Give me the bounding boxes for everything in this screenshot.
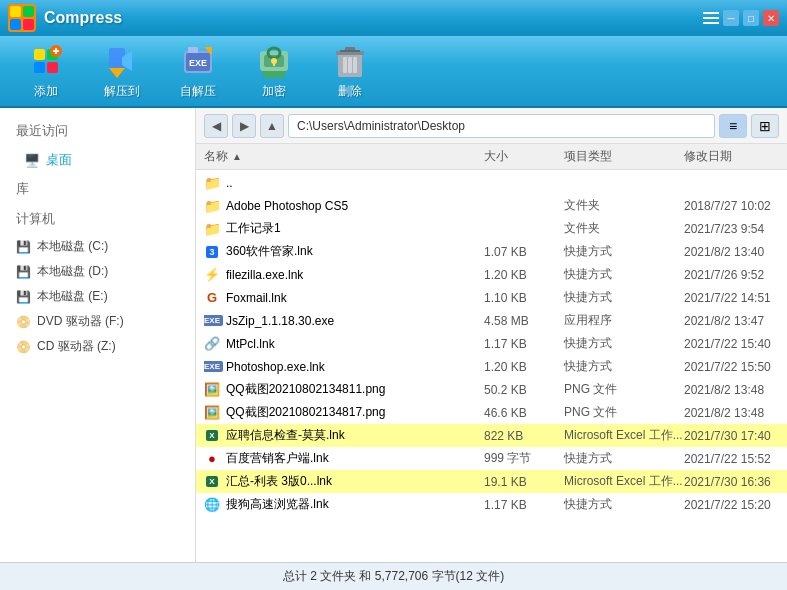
column-name-header[interactable]: 名称 ▲ [204,148,484,165]
svg-rect-4 [23,19,34,30]
file-row[interactable]: 📁 Adobe Photoshop CS5 文件夹 2018/7/27 10:0… [196,194,787,217]
file-type: 文件夹 [564,220,684,237]
svg-rect-11 [47,62,58,73]
file-row[interactable]: 3 360软件管家.lnk 1.07 KB 快捷方式 2021/8/2 13:4… [196,240,787,263]
drive-f-icon: 📀 [16,315,31,329]
file-row[interactable]: EXE JsZip_1.1.18.30.exe 4.58 MB 应用程序 202… [196,309,787,332]
minimize-button[interactable]: ─ [723,10,739,26]
file-name-text: 百度营销客户端.lnk [226,450,329,467]
file-icon: ⚡ [204,267,220,283]
file-size: 1.20 KB [484,360,564,374]
file-row[interactable]: 📁 工作记录1 文件夹 2021/7/23 9:54 [196,217,787,240]
file-name-text: Foxmail.lnk [226,291,287,305]
file-size: 1.07 KB [484,245,564,259]
file-name-text: 汇总-利表 3版0...lnk [226,473,332,490]
add-icon [28,43,64,79]
file-name-cell: 📁 工作记录1 [204,220,484,237]
file-row[interactable]: 🌐 搜狗高速浏览器.lnk 1.17 KB 快捷方式 2021/7/22 15:… [196,493,787,516]
drive-c-label: 本地磁盘 (C:) [37,238,108,255]
file-list: 📁 .. 📁 Adobe Photoshop CS5 文件夹 2018/7/27… [196,170,787,562]
file-row[interactable]: 📁 .. [196,172,787,194]
title-left: Compress [8,4,122,32]
sidebar-drive-z[interactable]: 📀 CD 驱动器 (Z:) [0,334,195,359]
file-size: 1.10 KB [484,291,564,305]
file-size: 50.2 KB [484,383,564,397]
file-icon: EXE [204,359,220,375]
sidebar-drive-c[interactable]: 💾 本地磁盘 (C:) [0,234,195,259]
address-input[interactable] [288,114,715,138]
sidebar-desktop-label: 桌面 [46,151,72,169]
file-icon: X [204,474,220,490]
selfextract-label: 自解压 [180,83,216,100]
file-date: 2021/7/22 15:20 [684,498,779,512]
forward-button[interactable]: ▶ [232,114,256,138]
file-row[interactable]: ⚡ filezilla.exe.lnk 1.20 KB 快捷方式 2021/7/… [196,263,787,286]
delete-button[interactable]: 删除 [324,39,376,104]
svg-rect-10 [34,62,45,73]
file-date: 2021/7/30 17:40 [684,429,779,443]
file-size: 4.58 MB [484,314,564,328]
sidebar-drive-f[interactable]: 📀 DVD 驱动器 (F:) [0,309,195,334]
file-icon: 3 [204,244,220,260]
sidebar: 最近访问 🖥️ 桌面 库 计算机 💾 本地磁盘 (C:) 💾 本地磁盘 (D:)… [0,108,196,562]
file-name-text: 搜狗高速浏览器.lnk [226,496,329,513]
extract-label: 解压到 [104,83,140,100]
sidebar-item-library[interactable]: 库 [0,174,195,204]
svg-rect-3 [10,19,21,30]
file-date: 2021/7/22 14:51 [684,291,779,305]
back-button[interactable]: ◀ [204,114,228,138]
file-icon: 📁 [204,175,220,191]
file-row[interactable]: 🔗 MtPcl.lnk 1.17 KB 快捷方式 2021/7/22 15:40 [196,332,787,355]
desktop-icon: 🖥️ [24,153,40,168]
extract-button[interactable]: 解压到 [96,39,148,104]
file-date: 2021/7/22 15:50 [684,360,779,374]
file-row[interactable]: 🖼️ QQ截图20210802134817.png 46.6 KB PNG 文件… [196,401,787,424]
file-row[interactable]: X 汇总-利表 3版0...lnk 19.1 KB Microsoft Exce… [196,470,787,493]
grid-view-button[interactable]: ⊞ [751,114,779,138]
file-icon: ● [204,451,220,467]
sidebar-drive-d[interactable]: 💾 本地磁盘 (D:) [0,259,195,284]
file-row[interactable]: ● 百度营销客户端.lnk 999 字节 快捷方式 2021/7/22 15:5… [196,447,787,470]
file-type: 快捷方式 [564,289,684,306]
sidebar-item-desktop[interactable]: 🖥️ 桌面 [0,146,195,174]
up-button[interactable]: ▲ [260,114,284,138]
sidebar-item-computer[interactable]: 计算机 [0,204,195,234]
file-date: 2021/7/22 15:52 [684,452,779,466]
sidebar-item-recent[interactable]: 最近访问 [0,116,195,146]
file-row[interactable]: EXE Photoshop.exe.lnk 1.20 KB 快捷方式 2021/… [196,355,787,378]
file-name-text: QQ截图20210802134817.png [226,404,385,421]
toolbar: 添加 解压到 EXE 自解压 [0,36,787,108]
file-row[interactable]: 🖼️ QQ截图20210802134811.png 50.2 KB PNG 文件… [196,378,787,401]
menu-button[interactable] [703,10,719,26]
file-name-cell: G Foxmail.lnk [204,290,484,306]
file-size: 1.17 KB [484,337,564,351]
selfextract-button[interactable]: EXE 自解压 [172,39,224,104]
file-size: 46.6 KB [484,406,564,420]
file-icon: 🖼️ [204,382,220,398]
close-button[interactable]: ✕ [763,10,779,26]
drive-d-label: 本地磁盘 (D:) [37,263,108,280]
file-name-cell: 🖼️ QQ截图20210802134817.png [204,404,484,421]
file-row[interactable]: X 应聘信息检查-莫莫.lnk 822 KB Microsoft Excel 工… [196,424,787,447]
file-type: PNG 文件 [564,381,684,398]
column-date-header[interactable]: 修改日期 [684,148,779,165]
file-row[interactable]: G Foxmail.lnk 1.10 KB 快捷方式 2021/7/22 14:… [196,286,787,309]
file-name-text: .. [226,176,233,190]
drive-e-icon: 💾 [16,290,31,304]
title-bar: Compress ─ □ ✕ [0,0,787,36]
file-icon: EXE [204,313,220,329]
file-type: 快捷方式 [564,335,684,352]
add-button[interactable]: 添加 [20,39,72,104]
drive-e-label: 本地磁盘 (E:) [37,288,108,305]
column-size-header[interactable]: 大小 [484,148,564,165]
column-type-header[interactable]: 项目类型 [564,148,684,165]
file-name-cell: 📁 Adobe Photoshop CS5 [204,198,484,214]
encrypt-button[interactable]: 加密 [248,39,300,104]
maximize-button[interactable]: □ [743,10,759,26]
file-type: 快捷方式 [564,496,684,513]
main-container: 最近访问 🖥️ 桌面 库 计算机 💾 本地磁盘 (C:) 💾 本地磁盘 (D:)… [0,108,787,562]
delete-icon [332,43,368,79]
drive-f-label: DVD 驱动器 (F:) [37,313,124,330]
sidebar-drive-e[interactable]: 💾 本地磁盘 (E:) [0,284,195,309]
list-view-button[interactable]: ≡ [719,114,747,138]
